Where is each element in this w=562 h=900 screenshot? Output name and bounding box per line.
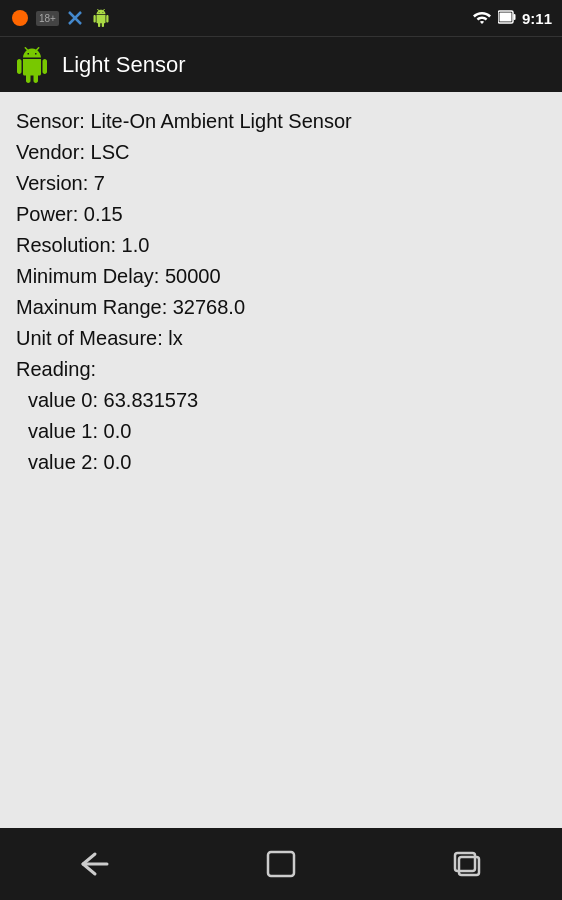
svg-rect-7	[268, 852, 294, 876]
home-button[interactable]	[241, 839, 321, 889]
reading-label: Reading:	[16, 354, 546, 385]
app-title: Light Sensor	[62, 52, 186, 78]
battery-icon	[498, 10, 516, 27]
svg-rect-5	[499, 12, 511, 21]
power: Power: 0.15	[16, 199, 546, 230]
unit-of-measure: Unit of Measure: lx	[16, 323, 546, 354]
resolution: Resolution: 1.0	[16, 230, 546, 261]
status-left-icons: 18+	[10, 8, 111, 28]
value-0: value 0: 63.831573	[28, 385, 546, 416]
reading-values: value 0: 63.831573 value 1: 0.0 value 2:…	[16, 385, 546, 478]
recents-button[interactable]	[428, 839, 508, 889]
age-rating-icon: 18+	[36, 11, 59, 26]
time-display: 9:11	[522, 10, 552, 27]
value-1: value 1: 0.0	[28, 416, 546, 447]
wifi-icon	[472, 9, 492, 28]
nav-bar	[0, 828, 562, 900]
vendor: Vendor: LSC	[16, 137, 546, 168]
title-bar: Light Sensor	[0, 36, 562, 92]
content-area: Sensor: Lite-On Ambient Light Sensor Ven…	[0, 92, 562, 828]
svg-point-0	[12, 10, 28, 26]
status-bar: 18+ 9:11	[0, 0, 562, 36]
max-range: Maxinum Range: 32768.0	[16, 292, 546, 323]
reading-section: Reading: value 0: 63.831573 value 1: 0.0…	[16, 354, 546, 478]
status-right-icons: 9:11	[472, 9, 552, 28]
min-delay: Minimum Delay: 50000	[16, 261, 546, 292]
back-button[interactable]	[54, 839, 134, 889]
close-icon	[65, 8, 85, 28]
svg-rect-4	[513, 14, 515, 20]
app-icon	[14, 47, 50, 83]
sensor-name: Sensor: Lite-On Ambient Light Sensor	[16, 106, 546, 137]
notification-icon	[10, 8, 30, 28]
value-2: value 2: 0.0	[28, 447, 546, 478]
version: Version: 7	[16, 168, 546, 199]
android-small-icon	[91, 8, 111, 28]
